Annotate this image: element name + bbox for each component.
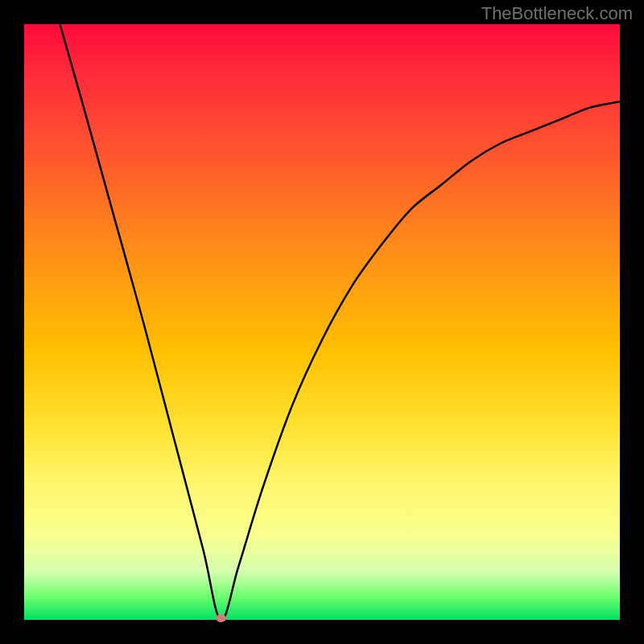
minimum-marker: [216, 614, 226, 622]
bottleneck-curve: [24, 24, 620, 620]
watermark-text: TheBottleneck.com: [481, 3, 633, 24]
chart-container: TheBottleneck.com: [0, 0, 644, 644]
